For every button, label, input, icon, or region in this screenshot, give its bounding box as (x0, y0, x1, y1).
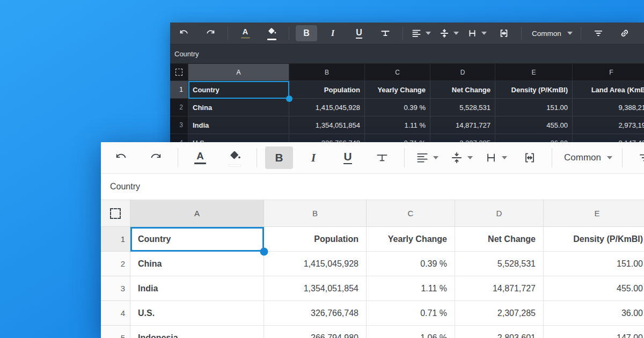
cell-D1[interactable]: Net Change (430, 81, 495, 99)
row-header-1[interactable]: 1 (101, 227, 130, 252)
column-header-B[interactable]: B (289, 64, 365, 80)
cell-E5[interactable]: 147.00 (544, 326, 644, 338)
cell-B3[interactable]: 1,354,051,854 (289, 116, 365, 134)
toolbar-separator (228, 27, 228, 40)
wrap-text-button[interactable] (516, 146, 544, 169)
cell-B1[interactable]: Population (264, 227, 367, 252)
fill-color-icon (228, 150, 241, 166)
italic-button[interactable]: I (322, 25, 343, 41)
help-button[interactable]: ? (640, 25, 644, 41)
cell-C5[interactable]: 1.06 % (367, 326, 455, 338)
redo-button[interactable] (200, 25, 221, 41)
fill-color-button[interactable] (261, 25, 282, 41)
cell-A1[interactable]: Country (130, 227, 264, 252)
filter-button[interactable] (588, 25, 609, 41)
cell-B2[interactable]: 1,415,045,928 (289, 99, 365, 116)
cell-F1[interactable]: Land Area (KmB (573, 81, 644, 99)
number-format-dropdown[interactable]: Common (560, 146, 614, 169)
strikethrough-button[interactable] (368, 146, 396, 169)
row-header-2[interactable]: 2 (101, 252, 130, 276)
row-header-2[interactable]: 2 (170, 99, 188, 116)
cell-E3[interactable]: 455.00 (495, 116, 573, 134)
row-header-3[interactable]: 3 (170, 116, 188, 134)
cell-E2[interactable]: 151.00 (544, 252, 644, 276)
cell-C2[interactable]: 0.39 % (365, 99, 430, 116)
column-header-B[interactable]: B (264, 200, 367, 226)
font-color-button[interactable]: A (235, 25, 256, 41)
bold-button[interactable]: B (265, 146, 293, 169)
vertical-align-button[interactable] (447, 146, 475, 169)
cell-A3[interactable]: India (188, 116, 289, 134)
cell-C1[interactable]: Yearly Change (365, 81, 430, 99)
cell-E4[interactable]: 36.00 (544, 301, 644, 326)
column-header-C[interactable]: C (365, 64, 430, 80)
formula-bar[interactable]: Country (101, 174, 644, 200)
cell-E1[interactable]: Density (P/KmBI) (495, 81, 573, 99)
merge-cells-button[interactable] (481, 146, 509, 169)
select-all-button[interactable] (170, 64, 188, 80)
cell-B4[interactable]: 326,766,748 (264, 301, 367, 326)
column-header-F[interactable]: F (573, 64, 644, 80)
selection-handle[interactable] (260, 248, 268, 256)
link-button[interactable] (614, 25, 635, 41)
cell-A1[interactable]: Country (188, 81, 289, 99)
column-header-A[interactable]: A (188, 64, 289, 80)
cell-C2[interactable]: 0.39 % (367, 252, 455, 276)
cell-D5[interactable]: 2,803,601 (455, 326, 544, 338)
horizontal-align-button[interactable] (413, 146, 441, 169)
cell-D4[interactable]: 2,307,285 (455, 301, 544, 326)
column-header-D[interactable]: D (455, 200, 544, 226)
cell-A4[interactable]: U.S. (130, 301, 264, 326)
strikethrough-button[interactable] (375, 25, 396, 41)
cell-A2[interactable]: China (188, 99, 289, 116)
cell-C1[interactable]: Yearly Change (367, 227, 455, 252)
cell-D2[interactable]: 5,528,531 (430, 99, 495, 116)
cell-A2[interactable]: China (130, 252, 264, 276)
column-header-C[interactable]: C (367, 200, 455, 226)
row-header-5[interactable]: 5 (101, 326, 130, 338)
cell-C3[interactable]: 1.11 % (367, 276, 455, 301)
column-header-E[interactable]: E (544, 200, 644, 226)
column-header-D[interactable]: D (430, 64, 495, 80)
cell-C4[interactable]: 0.71 % (367, 301, 455, 326)
cell-D3[interactable]: 14,871,727 (455, 276, 544, 301)
fill-color-button[interactable] (221, 146, 248, 169)
underline-button[interactable]: U (334, 146, 362, 169)
row-header-3[interactable]: 3 (101, 276, 130, 301)
cell-A3[interactable]: India (130, 276, 264, 301)
cell-E3[interactable]: 455.00 (544, 276, 644, 301)
filter-button[interactable] (631, 146, 644, 169)
font-color-button[interactable]: A (186, 146, 214, 169)
cell-D2[interactable]: 5,528,531 (455, 252, 544, 276)
row-header-4[interactable]: 4 (101, 301, 130, 326)
cell-E1[interactable]: Density (P/KmBI) (544, 227, 644, 252)
cell-D1[interactable]: Net Change (455, 227, 544, 252)
number-format-dropdown[interactable]: Common (528, 25, 574, 41)
row-header-1[interactable]: 1 (170, 81, 188, 99)
horizontal-align-button[interactable] (409, 25, 433, 41)
merge-cells-button[interactable] (465, 25, 488, 41)
formula-bar[interactable]: Country (170, 45, 644, 64)
selection-handle[interactable] (286, 95, 292, 102)
cell-F2[interactable]: 9,388,21 (573, 99, 644, 116)
cell-B2[interactable]: 1,415,045,928 (264, 252, 367, 276)
column-header-A[interactable]: A (130, 200, 264, 226)
cell-D3[interactable]: 14,871,727 (430, 116, 495, 134)
underline-button[interactable]: U (348, 25, 370, 41)
cell-E2[interactable]: 151.00 (495, 99, 573, 116)
cell-B1[interactable]: Population (289, 81, 365, 99)
undo-button[interactable] (173, 25, 195, 41)
select-all-button[interactable] (101, 200, 130, 226)
italic-button[interactable]: I (299, 146, 327, 169)
undo-button[interactable] (107, 146, 135, 169)
bold-button[interactable]: B (296, 25, 317, 41)
vertical-align-button[interactable] (437, 25, 460, 41)
column-header-E[interactable]: E (495, 64, 573, 80)
cell-F3[interactable]: 2,973,19 (573, 116, 644, 134)
redo-button[interactable] (142, 146, 170, 169)
cell-B3[interactable]: 1,354,051,854 (264, 276, 367, 301)
cell-B5[interactable]: 266,794,980 (264, 326, 367, 338)
wrap-text-button[interactable] (493, 25, 515, 41)
cell-A5[interactable]: Indonesia (130, 326, 264, 338)
cell-C3[interactable]: 1.11 % (365, 116, 430, 134)
